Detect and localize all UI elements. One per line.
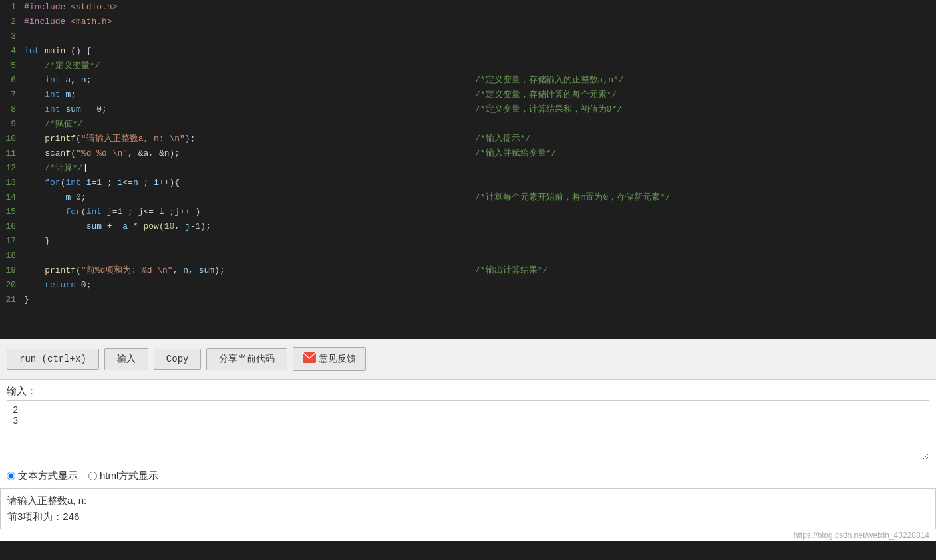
input-textarea[interactable]: 2 3 xyxy=(7,400,929,460)
code-line-13: 13 for(int i=1 ; i<=n ; i++){ xyxy=(0,176,468,190)
code-line-10: 10 printf("请输入正整数a, n: \n"); xyxy=(0,132,468,146)
run-button[interactable]: run (ctrl+x) xyxy=(7,349,99,370)
line-num-13: 13 xyxy=(0,176,24,190)
code-line-9: 9 /*赋值*/ xyxy=(0,117,468,132)
code-line-2: 2 #include <math.h> xyxy=(0,15,468,29)
line-content-5: /*定义变量*/ xyxy=(24,59,462,73)
line-content-2: #include <math.h> xyxy=(24,15,462,29)
output-line-2: 前3项和为：246 xyxy=(7,509,929,525)
comment-line-10: /*输入提示*/ xyxy=(468,132,936,146)
comment-line-8: /*定义变量，计算结果和，初值为0*/ xyxy=(468,102,936,117)
mail-icon xyxy=(303,352,316,366)
line-num-1: 1 xyxy=(0,0,24,15)
line-content-17: } xyxy=(24,234,462,249)
line-num-14: 14 xyxy=(0,190,24,205)
code-line-4: 4 int main () { xyxy=(0,44,468,59)
line-num-5: 5 xyxy=(0,59,24,73)
code-line-5: 5 /*定义变量*/ xyxy=(0,59,468,73)
line-content-16: sum += a * pow(10, j-1); xyxy=(24,219,462,234)
line-num-21: 21 xyxy=(0,293,24,307)
line-num-12: 12 xyxy=(0,161,24,176)
line-content-3 xyxy=(24,29,462,44)
text-mode-radio[interactable] xyxy=(7,472,15,480)
text-mode-label: 文本方式显示 xyxy=(18,470,78,482)
code-line-19: 19 printf("前%d项和为: %d \n", n, sum); xyxy=(0,263,468,278)
copy-button[interactable]: Copy xyxy=(154,349,202,370)
line-content-14: m=0; xyxy=(24,190,462,205)
line-num-20: 20 xyxy=(0,278,24,293)
line-num-15: 15 xyxy=(0,205,24,219)
feedback-label: 意见反馈 xyxy=(319,353,356,365)
html-mode-label: html方式显示 xyxy=(100,470,158,482)
code-line-11: 11 scanf("%d %d \n", &a, &n); xyxy=(0,146,468,161)
line-num-2: 2 xyxy=(0,15,24,29)
output-line-1: 请输入正整数a, n: xyxy=(7,493,929,509)
code-line-14: 14 m=0; xyxy=(0,190,468,205)
code-line-18: 18 xyxy=(0,249,468,263)
line-num-17: 17 xyxy=(0,234,24,249)
line-num-9: 9 xyxy=(0,117,24,132)
line-num-19: 19 xyxy=(0,263,24,278)
line-content-15: for(int j=1 ; j<= i ;j++ ) xyxy=(24,205,462,219)
code-line-7: 7 int m; xyxy=(0,88,468,102)
share-button[interactable]: 分享当前代码 xyxy=(206,348,287,370)
comment-line-11: /*输入并赋给变量*/ xyxy=(468,146,936,161)
line-content-6: int a, n; xyxy=(24,73,462,88)
controls-bar: run (ctrl+x) 输入 Copy 分享当前代码 意见反馈 xyxy=(0,339,936,380)
output-section: 请输入正整数a, n: 前3项和为：246 xyxy=(0,488,936,529)
line-content-7: int m; xyxy=(24,88,462,102)
comment-line-7: /*定义变量，存储计算的每个元素*/ xyxy=(468,88,936,102)
code-line-17: 17 } xyxy=(0,234,468,249)
line-num-4: 4 xyxy=(0,44,24,59)
line-content-8: int sum = 0; xyxy=(24,102,462,117)
code-line-15: 15 for(int j=1 ; j<= i ;j++ ) xyxy=(0,205,468,219)
html-mode-option[interactable]: html方式显示 xyxy=(88,470,158,482)
watermark: https://blog.csdn.net/weixin_43228814 xyxy=(0,529,936,541)
comment-line-19: /*输出计算结果*/ xyxy=(468,263,936,278)
line-num-18: 18 xyxy=(0,249,24,263)
comment-panel: /*定义变量，存储输入的正整数a,n*/ /*定义变量，存储计算的每个元素*/ … xyxy=(468,0,936,339)
code-line-12: 12 /*计算*/ xyxy=(0,161,468,176)
code-line-8: 8 int sum = 0; xyxy=(0,102,468,117)
input-button[interactable]: 输入 xyxy=(104,348,148,370)
code-line-3: 3 xyxy=(0,29,468,44)
line-num-16: 16 xyxy=(0,219,24,234)
line-content-20: return 0; xyxy=(24,278,462,293)
text-mode-option[interactable]: 文本方式显示 xyxy=(7,470,78,482)
code-panel: 1 #include <stdio.h> 2 #include <math.h>… xyxy=(0,0,468,339)
line-content-13: for(int i=1 ; i<=n ; i++){ xyxy=(24,176,462,190)
line-num-10: 10 xyxy=(0,132,24,146)
input-label: 输入： xyxy=(7,385,929,398)
line-num-8: 8 xyxy=(0,102,24,117)
line-content-1: #include <stdio.h> xyxy=(24,0,462,15)
code-line-16: 16 sum += a * pow(10, j-1); xyxy=(0,219,468,234)
input-section: 输入： 2 3 xyxy=(0,380,936,464)
line-content-12: /*计算*/ xyxy=(24,161,462,176)
code-line-6: 6 int a, n; xyxy=(0,73,468,88)
line-num-7: 7 xyxy=(0,88,24,102)
display-options: 文本方式显示 html方式显示 xyxy=(0,464,936,488)
code-line-21: 21 } xyxy=(0,293,468,307)
line-content-4: int main () { xyxy=(24,44,462,59)
comment-line-6: /*定义变量，存储输入的正整数a,n*/ xyxy=(468,73,936,88)
line-content-21: } xyxy=(24,293,462,307)
line-content-9: /*赋值*/ xyxy=(24,117,462,132)
line-content-10: printf("请输入正整数a, n: \n"); xyxy=(24,132,462,146)
html-mode-radio[interactable] xyxy=(88,472,97,480)
code-line-1: 1 #include <stdio.h> xyxy=(0,0,468,15)
line-num-6: 6 xyxy=(0,73,24,88)
line-num-3: 3 xyxy=(0,29,24,44)
editor-container: 1 #include <stdio.h> 2 #include <math.h>… xyxy=(0,0,936,339)
comment-line-14: /*计算每个元素开始前，将m置为0，存储新元素*/ xyxy=(468,190,936,205)
code-line-20: 20 return 0; xyxy=(0,278,468,293)
line-content-19: printf("前%d项和为: %d \n", n, sum); xyxy=(24,263,462,278)
line-content-18 xyxy=(24,249,462,263)
line-num-11: 11 xyxy=(0,146,24,161)
line-content-11: scanf("%d %d \n", &a, &n); xyxy=(24,146,462,161)
feedback-button[interactable]: 意见反馈 xyxy=(293,347,366,371)
